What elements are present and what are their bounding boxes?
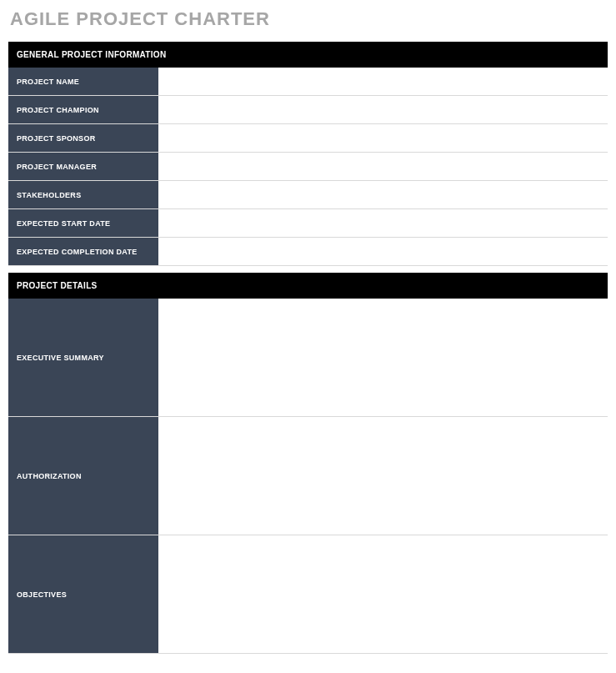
label-authorization: AUTHORIZATION xyxy=(8,417,158,535)
row-project-name: PROJECT NAME xyxy=(8,68,608,96)
value-objectives[interactable] xyxy=(158,535,608,653)
section-gap xyxy=(8,266,608,273)
row-objectives: OBJECTIVES xyxy=(8,535,608,654)
row-project-sponsor: PROJECT SPONSOR xyxy=(8,124,608,153)
label-project-manager: PROJECT MANAGER xyxy=(8,153,158,180)
row-stakeholders: STAKEHOLDERS xyxy=(8,181,608,209)
section-details: PROJECT DETAILS EXECUTIVE SUMMARY AUTHOR… xyxy=(8,273,608,654)
label-project-name: PROJECT NAME xyxy=(8,68,158,95)
value-authorization[interactable] xyxy=(158,417,608,535)
label-expected-completion: EXPECTED COMPLETION DATE xyxy=(8,238,158,265)
value-project-name[interactable] xyxy=(158,68,608,95)
row-executive-summary: EXECUTIVE SUMMARY xyxy=(8,299,608,417)
value-stakeholders[interactable] xyxy=(158,181,608,208)
label-executive-summary: EXECUTIVE SUMMARY xyxy=(8,299,158,416)
label-stakeholders: STAKEHOLDERS xyxy=(8,181,158,208)
value-project-champion[interactable] xyxy=(158,96,608,123)
row-project-manager: PROJECT MANAGER xyxy=(8,153,608,181)
section-header-general: GENERAL PROJECT INFORMATION xyxy=(8,42,608,68)
row-expected-start: EXPECTED START DATE xyxy=(8,209,608,238)
section-header-details: PROJECT DETAILS xyxy=(8,273,608,299)
value-project-sponsor[interactable] xyxy=(158,124,608,152)
row-expected-completion: EXPECTED COMPLETION DATE xyxy=(8,238,608,266)
label-project-sponsor: PROJECT SPONSOR xyxy=(8,124,158,152)
label-project-champion: PROJECT CHAMPION xyxy=(8,96,158,123)
value-expected-completion[interactable] xyxy=(158,238,608,265)
value-project-manager[interactable] xyxy=(158,153,608,180)
label-expected-start: EXPECTED START DATE xyxy=(8,209,158,237)
row-project-champion: PROJECT CHAMPION xyxy=(8,96,608,124)
page-title: AGILE PROJECT CHARTER xyxy=(10,8,608,30)
value-expected-start[interactable] xyxy=(158,209,608,237)
value-executive-summary[interactable] xyxy=(158,299,608,416)
section-general: GENERAL PROJECT INFORMATION PROJECT NAME… xyxy=(8,42,608,266)
label-objectives: OBJECTIVES xyxy=(8,535,158,653)
row-authorization: AUTHORIZATION xyxy=(8,417,608,535)
